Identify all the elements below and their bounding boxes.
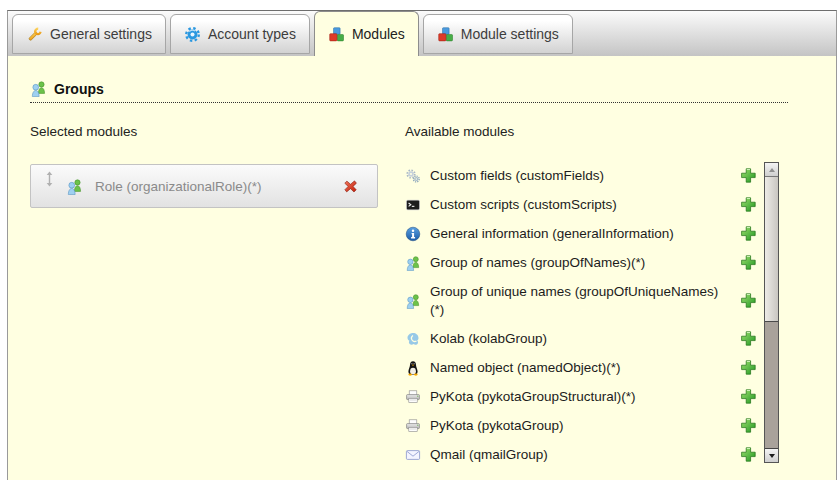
add-module-button[interactable] (740, 196, 757, 213)
add-module-button[interactable] (740, 292, 757, 309)
module-label: PyKota (pykotaGroupStructural)(*) (430, 388, 725, 406)
list-item: Kolab (kolabGroup) (405, 324, 757, 353)
plus-icon (740, 225, 757, 242)
cubes-icon (328, 26, 345, 43)
tab-general-settings[interactable]: General settings (12, 14, 166, 54)
available-modules-column: Available modules Custom fields (customF… (405, 124, 787, 469)
drag-handle-icon[interactable] (45, 171, 54, 187)
printer-icon (405, 418, 421, 434)
module-label: Qmail (qmailGroup) (430, 446, 725, 464)
tab-modules[interactable]: Modules (314, 11, 419, 56)
tab-label: Modules (352, 26, 405, 42)
add-module-button[interactable] (740, 417, 757, 434)
section-title: Groups (54, 81, 104, 97)
settings-window: General settings Account types Modules M… (7, 10, 837, 480)
delete-x-icon (342, 178, 359, 195)
add-module-button[interactable] (740, 388, 757, 405)
plus-icon (740, 330, 757, 347)
selected-modules-heading: Selected modules (30, 124, 405, 139)
remove-module-button[interactable] (342, 178, 359, 195)
module-label: Custom fields (customFields) (430, 167, 725, 185)
module-label: PyKota (pykotaGroup) (430, 417, 725, 435)
add-module-button[interactable] (740, 446, 757, 463)
gear-icon (184, 26, 201, 43)
group-icon (30, 80, 47, 97)
add-module-button[interactable] (740, 330, 757, 347)
tux-icon (405, 360, 421, 376)
selected-modules-column: Selected modules Role (organizationalRol… (30, 124, 405, 469)
module-label: General information (generalInformation) (430, 225, 725, 243)
plus-icon (740, 388, 757, 405)
selected-module-label: Role (organizationalRole)(*) (95, 179, 262, 194)
vertical-scrollbar[interactable] (764, 162, 779, 463)
group-icon (405, 293, 421, 309)
module-label: Kolab (kolabGroup) (430, 330, 725, 348)
plus-icon (740, 359, 757, 376)
list-item: General information (generalInformation) (405, 219, 757, 248)
wrench-icon (26, 26, 43, 43)
add-module-button[interactable] (740, 359, 757, 376)
module-label: Group of unique names (groupOfUniqueName… (430, 283, 725, 319)
module-label: Group of names (groupOfNames)(*) (430, 254, 725, 272)
tab-account-types[interactable]: Account types (170, 14, 310, 54)
triangle-down-icon (769, 454, 775, 458)
list-item: Qmail (qmailGroup) (405, 440, 757, 469)
group-icon (66, 178, 83, 195)
list-item: Custom scripts (customScripts) (405, 190, 757, 219)
list-item: PyKota (pykotaGroupStructural)(*) (405, 382, 757, 411)
module-label: Named object (namedObject)(*) (430, 359, 725, 377)
available-modules-list: Custom fields (customFields) Custom scri… (405, 161, 757, 469)
terminal-icon (405, 197, 421, 213)
printer-icon (405, 389, 421, 405)
modules-tab-content: Groups Selected modules Role (organizati… (8, 56, 836, 469)
selected-module-row: Role (organizationalRole)(*) (30, 164, 378, 208)
envelope-icon (405, 447, 421, 463)
tab-label: Account types (208, 26, 296, 42)
list-item: Group of names (groupOfNames)(*) (405, 248, 757, 277)
section-heading: Groups (30, 80, 788, 103)
scrollbar-track[interactable] (765, 322, 778, 448)
tab-module-settings[interactable]: Module settings (423, 14, 573, 54)
plus-icon (740, 292, 757, 309)
list-item: Group of unique names (groupOfUniqueName… (405, 277, 757, 324)
plus-icon (740, 254, 757, 271)
add-module-button[interactable] (740, 167, 757, 184)
plus-icon (740, 167, 757, 184)
plus-icon (740, 417, 757, 434)
list-item: PyKota (pykotaGroup) (405, 411, 757, 440)
plus-icon (740, 196, 757, 213)
scroll-down-button[interactable] (765, 448, 778, 462)
module-label: Custom scripts (customScripts) (430, 196, 725, 214)
list-item: Custom fields (customFields) (405, 161, 757, 190)
info-icon (405, 226, 421, 242)
scroll-up-button[interactable] (765, 163, 778, 177)
group-icon (405, 255, 421, 271)
triangle-up-icon (769, 168, 775, 172)
add-module-button[interactable] (740, 254, 757, 271)
add-module-button[interactable] (740, 225, 757, 242)
cubes-icon (437, 26, 454, 43)
tab-bar: General settings Account types Modules M… (8, 11, 836, 56)
list-item: Named object (namedObject)(*) (405, 353, 757, 382)
scrollbar-thumb[interactable] (765, 177, 778, 322)
plus-icon (740, 446, 757, 463)
tab-label: Module settings (461, 26, 559, 42)
available-modules-heading: Available modules (405, 124, 787, 139)
tab-label: General settings (50, 26, 152, 42)
screen: General settings Account types Modules M… (0, 0, 840, 480)
gears-icon (405, 168, 421, 184)
kolab-icon (405, 331, 421, 347)
